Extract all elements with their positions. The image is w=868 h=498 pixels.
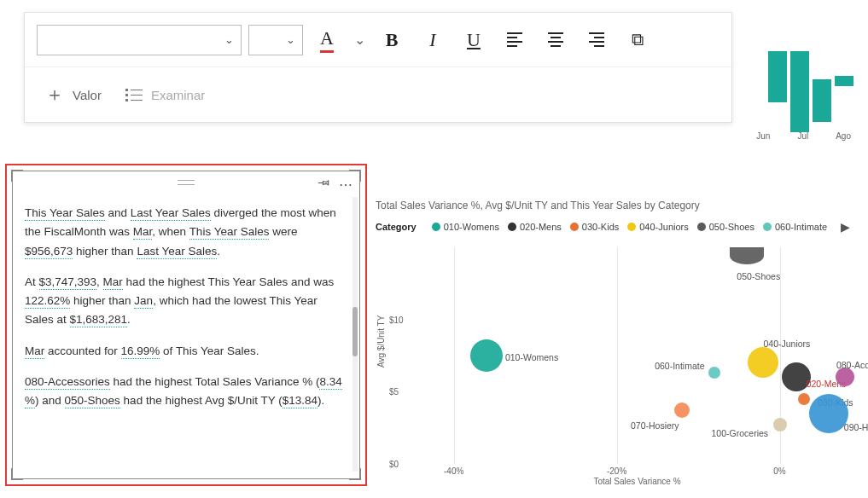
data-point-label: 010-Womens (505, 352, 558, 362)
legend-label: 030-Kids (582, 222, 619, 232)
insight-highlight: Jan (134, 294, 153, 309)
data-point[interactable] (708, 367, 720, 379)
legend-dot-icon (508, 223, 516, 231)
insight-highlight: Mar (103, 275, 123, 290)
align-center-button[interactable] (539, 23, 573, 57)
insight-highlight: $1,683,281 (70, 313, 128, 327)
legend-title: Category (376, 222, 417, 232)
bold-button[interactable]: B (375, 23, 409, 57)
insight-visual[interactable]: ⋯ This Year Sales and Last Year Sales di… (12, 171, 360, 479)
link-button[interactable]: ⧉ (620, 23, 655, 57)
browse-label: Examinar (151, 88, 205, 102)
scatter-chart-visual[interactable]: Total Sales Variance %, Avg $/Unit TY an… (376, 200, 861, 489)
insight-highlight: Last Year Sales (131, 206, 211, 221)
legend-item[interactable]: 010-Womens (432, 222, 499, 232)
insight-highlight: 080-Accessories (25, 375, 110, 390)
insight-highlight: Mar (25, 345, 44, 359)
insight-highlight: $956,673 (25, 245, 73, 259)
data-point[interactable] (809, 394, 848, 433)
insight-highlight: 122.62% (25, 294, 70, 309)
font-color-button[interactable]: A (310, 23, 344, 57)
data-point-label: 060-Intimate (655, 361, 704, 371)
legend-dot-icon (432, 223, 440, 231)
formatting-toolbar: ⌄ ⌄ A ⌄ B I U ⧉ ＋ Valor Examinar (24, 12, 732, 123)
x-tick-label: -40% (444, 466, 463, 476)
add-value-button[interactable]: ＋ Valor (37, 67, 110, 122)
legend-label: 020-Mens (520, 222, 562, 232)
browse-button[interactable]: Examinar (117, 67, 213, 122)
legend-item[interactable]: 040-Juniors (627, 222, 688, 232)
scrollbar-thumb[interactable] (352, 307, 358, 356)
data-point-label: 050-Shoes (737, 271, 780, 281)
data-point[interactable] (798, 393, 810, 405)
legend-dot-icon (763, 223, 772, 231)
underline-button[interactable]: U (457, 23, 491, 57)
x-tick-label: -20% (607, 466, 626, 476)
insight-highlight: $13.84 (283, 394, 317, 408)
scatter-plot-area: Total Sales Variance % -40%-20%0%$0$5$10… (413, 247, 861, 464)
insight-highlight: This Year Sales (189, 225, 270, 240)
legend-dot-icon (570, 223, 579, 231)
legend-label: 040-Juniors (639, 222, 688, 232)
list-icon (125, 89, 143, 101)
data-point[interactable] (748, 347, 778, 378)
insight-highlight: 050-Shoes (65, 394, 120, 408)
grid-line (617, 247, 618, 464)
y-tick-label: $0 (389, 460, 399, 469)
insight-paragraph: This Year Sales and Last Year Sales dive… (25, 204, 347, 261)
data-point[interactable] (836, 368, 854, 386)
align-left-button[interactable] (498, 23, 532, 57)
x-tick-label: 0% (773, 466, 785, 476)
legend-item[interactable]: 060-Intimate (763, 222, 827, 232)
align-right-button[interactable] (580, 23, 614, 57)
bg-axis-months: Jun Jul Ago (756, 131, 851, 141)
legend-label: 060-Intimate (775, 222, 827, 232)
font-size-dropdown[interactable]: ⌄ (248, 25, 303, 55)
insight-paragraph: Mar accounted for 16.99% of This Year Sa… (25, 342, 347, 361)
insight-highlight: Last Year Sales (137, 245, 217, 259)
font-family-dropdown[interactable]: ⌄ (37, 25, 242, 55)
insight-visual-selection: ⋯ This Year Sales and Last Year Sales di… (5, 164, 367, 486)
data-point-label: 090-Home (844, 422, 868, 432)
data-point[interactable] (470, 339, 503, 372)
insight-highlight: Mar (133, 225, 153, 240)
pin-icon[interactable] (317, 176, 330, 193)
insight-highlight: 16.99% (121, 345, 160, 359)
y-axis-label: Avg $/Unit TY (376, 316, 386, 368)
legend-item[interactable]: 020-Mens (508, 222, 562, 232)
data-point-label: 040-Juniors (763, 339, 810, 349)
insight-highlight: This Year Sales (25, 206, 105, 221)
legend-item[interactable]: 030-Kids (570, 222, 619, 232)
chart-title: Total Sales Variance %, Avg $/Unit TY an… (376, 200, 861, 211)
chart-legend: Category 010-Womens020-Mens030-Kids040-J… (376, 220, 861, 234)
legend-item[interactable]: 050-Shoes (697, 222, 754, 232)
insight-text-body: This Year Sales and Last Year Sales dive… (13, 197, 359, 478)
insight-paragraph: At $3,747,393, Mar had the highest This … (25, 273, 347, 330)
scrollbar[interactable] (352, 197, 358, 472)
insight-paragraph: 080-Accessories had the highest Total Sa… (25, 373, 347, 411)
plus-icon: ＋ (45, 82, 64, 107)
chevron-down-icon: ⌄ (224, 33, 234, 46)
grid-line (454, 247, 455, 464)
y-tick-label: $10 (389, 315, 404, 324)
legend-label: 010-Womens (444, 222, 499, 232)
data-point-label: 070-Hosiery (631, 420, 679, 431)
data-point-label: 100-Groceries (712, 428, 769, 438)
add-value-label: Valor (73, 88, 102, 102)
chevron-down-icon: ⌄ (286, 33, 295, 46)
data-point[interactable] (773, 418, 787, 431)
visual-header: ⋯ (13, 171, 359, 197)
y-tick-label: $5 (389, 387, 399, 397)
more-options-icon[interactable]: ⋯ (339, 177, 352, 193)
legend-next-icon[interactable]: ▶ (841, 220, 850, 234)
font-color-dropdown[interactable]: ⌄ (351, 23, 368, 57)
legend-dot-icon (627, 223, 636, 231)
data-point[interactable] (674, 402, 690, 418)
legend-label: 050-Shoes (709, 222, 754, 232)
x-axis-label: Total Sales Variance % (593, 477, 680, 486)
drag-handle-icon[interactable] (178, 180, 195, 185)
legend-dot-icon (697, 223, 706, 231)
italic-button[interactable]: I (416, 23, 450, 57)
data-point-label: 080-Accessories (836, 360, 868, 370)
data-point[interactable] (730, 247, 764, 264)
